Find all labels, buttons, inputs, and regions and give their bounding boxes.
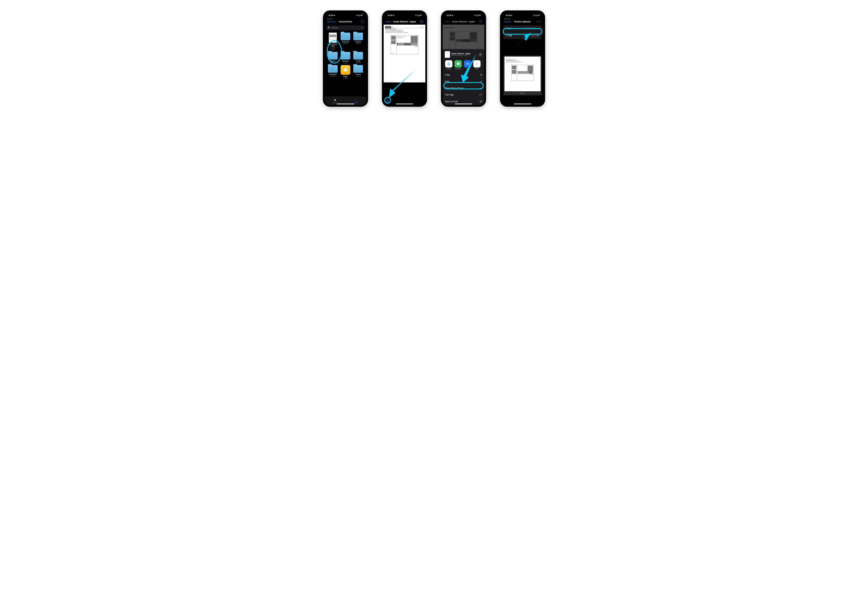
print-button-disabled: Print xyxy=(537,20,541,23)
svg-marker-1 xyxy=(461,53,477,83)
folder-icon xyxy=(328,52,338,59)
search-placeholder: Search xyxy=(331,27,360,29)
status-bar: 12:16◀••• ⧋ ▮▯ xyxy=(384,12,425,18)
back-browse-button[interactable]: Browse xyxy=(327,20,335,24)
home-indicator[interactable] xyxy=(455,103,472,104)
done-button[interactable]: Done xyxy=(386,20,391,23)
preview-page-label: Page 1 xyxy=(505,92,540,94)
phone-files: 12:16◀ ••• ⧋ ▮▯ ◀ Search Browse iCloud D… xyxy=(323,10,368,107)
done-button[interactable]: Done xyxy=(445,20,450,23)
search-field[interactable]: 🔍 Search 🎙 xyxy=(326,25,365,30)
folder-shortcuts[interactable]: Shortcuts0 items xyxy=(340,52,351,64)
copy-icon: ⧉ xyxy=(480,74,482,76)
action-add-tags[interactable]: Add Tags◯ xyxy=(443,91,484,98)
home-indicator[interactable] xyxy=(514,103,531,104)
highlight-pill-printer-row xyxy=(503,28,542,35)
clock-icon: 🕓 xyxy=(333,98,337,102)
nav-bar: Done Order Refund - Apple ✎ xyxy=(384,18,425,25)
close-button[interactable]: ✕ xyxy=(478,53,482,56)
location-icon: ◀ xyxy=(334,15,335,16)
home-indicator[interactable] xyxy=(396,103,413,104)
folder-icon xyxy=(353,32,363,40)
status-bar: 12:16◀••• ⧋ ▮▯ xyxy=(502,12,543,18)
doc-title: Order Refund - Apple xyxy=(393,20,416,23)
folder-icon xyxy=(353,52,363,59)
folder-desktop[interactable]: Desktop0 items xyxy=(352,32,364,50)
doc-section-title: Return Shipping Label xyxy=(385,28,424,30)
folder-icon xyxy=(328,65,338,73)
annotation-arrow xyxy=(507,32,531,55)
phone-printer-options: 12:16◀••• ⧋ ▮▯ ◀ Search Cancel Printer O… xyxy=(500,10,545,107)
status-bar: 12:16◀••• ⧋ ▮▯ xyxy=(443,12,484,18)
share-button[interactable] xyxy=(386,99,390,103)
page-title: Printer Options xyxy=(514,20,531,23)
folder-icon xyxy=(341,52,350,59)
phone-share-sheet: 12:16◀••• ⧋ ▮▯ Done Order Refund - Apple… xyxy=(441,10,486,107)
back-search-link[interactable]: ◀ Search xyxy=(504,18,510,20)
folder-pages[interactable]: Pages19 items xyxy=(340,65,351,79)
folder-downloads[interactable]: Downloads18 items xyxy=(327,65,339,79)
cancel-button[interactable]: Cancel xyxy=(504,20,511,23)
nav-bar: Done Order Refund - Apple ✎ xyxy=(443,18,484,25)
status-right: ••• ⧋ ▮▯ xyxy=(356,14,363,16)
svg-marker-2 xyxy=(507,32,531,55)
home-indicator[interactable] xyxy=(337,103,354,104)
print-preview[interactable]: Order Refund - Apple11/23/20 Return Ship… xyxy=(503,56,542,95)
pages-app-icon xyxy=(341,65,350,75)
markup-button[interactable]: ✎ xyxy=(479,20,482,23)
folder-icon xyxy=(353,65,363,73)
folder-preview[interactable]: Preview3 items xyxy=(352,65,364,79)
folder-to-file[interactable]: To File36 items xyxy=(352,52,364,64)
annotation-arrow xyxy=(459,53,478,83)
dictate-icon[interactable]: 🎙 xyxy=(361,27,363,29)
folder-pixelmator[interactable]: Pixelmator0 items xyxy=(340,32,351,50)
status-bar: 12:16◀ ••• ⧋ ▮▯ xyxy=(325,12,366,18)
share-airdrop[interactable]: ◎AirDrop xyxy=(445,60,452,69)
wordpress-icon: Ⓦ xyxy=(480,100,482,103)
back-search-link[interactable]: ◀ Search xyxy=(327,18,333,20)
doc-thumbnail-icon xyxy=(445,51,450,58)
folder-icon xyxy=(341,32,350,40)
tag-icon: ◯ xyxy=(479,93,482,96)
folder-byword[interactable]: Byword145 items xyxy=(327,52,339,64)
document-icon xyxy=(329,32,337,43)
page-indicator: 1 of 1 xyxy=(385,26,391,28)
file-order-refund[interactable]: Order Refund - Apple 10:33 AM 74 KB xyxy=(327,32,339,50)
doc-instructions: 1. Cut this label and attach it to your … xyxy=(385,30,424,33)
phone-doc-viewer: 12:16◀••• ⧋ ▮▯ Done Order Refund - Apple… xyxy=(382,10,427,107)
markup-button[interactable]: ✎ xyxy=(420,20,423,23)
status-time: 12:16 xyxy=(328,14,333,16)
highlight-pill-print xyxy=(443,82,484,89)
folder-icon: 🗂 xyxy=(354,98,357,102)
annotation-arrow xyxy=(389,70,417,98)
search-icon: 🔍 xyxy=(328,27,331,29)
more-menu-button[interactable]: ⋯ xyxy=(361,20,364,23)
airdrop-icon: ◎ xyxy=(445,60,452,68)
shipping-label: REFUND CAMPBELL MALL STMT DR799 7744 451… xyxy=(391,35,418,54)
files-grid: Order Refund - Apple 10:33 AM 74 KB Pixe… xyxy=(325,31,366,81)
svg-marker-0 xyxy=(389,70,415,98)
nav-title: iCloud Drive xyxy=(339,20,352,23)
